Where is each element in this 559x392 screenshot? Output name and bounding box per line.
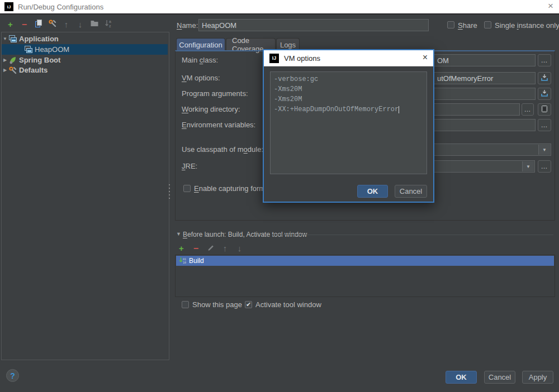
environment-variables-browse-button[interactable]: … — [538, 119, 551, 131]
apply-button[interactable]: Apply — [522, 371, 553, 384]
before-launch-list: 0110 Build — [175, 255, 555, 297]
cancel-button[interactable]: Cancel — [484, 371, 515, 384]
tree-item-heapoom[interactable]: HeapOOM — [2, 44, 168, 55]
vm-options-label: VM options: — [182, 74, 220, 82]
folder-button[interactable] — [89, 20, 99, 29]
chevron-down-icon[interactable]: ▼ — [538, 145, 550, 155]
question-icon: ? — [10, 371, 15, 380]
tree-item-defaults[interactable]: ▶ Defaults — [2, 65, 168, 75]
pencil-icon — [207, 243, 215, 253]
svg-text:z: z — [109, 24, 111, 28]
chevron-down-icon[interactable]: ▼ — [176, 231, 181, 237]
tree-item-label: HeapOOM — [35, 45, 69, 54]
jre-browse-button[interactable]: … — [538, 160, 551, 173]
before-launch-toolbar: + − ↑ ↓ — [177, 243, 244, 253]
program-arguments-expand-button[interactable] — [538, 88, 551, 100]
main-class-browse-button[interactable]: … — [538, 54, 551, 66]
edit-task-button[interactable] — [206, 243, 215, 253]
vm-option-line: -Xms20M — [274, 94, 423, 104]
arrow-up-icon: ↑ — [223, 243, 228, 253]
build-icon: 0110 — [179, 257, 187, 265]
splitter-handle[interactable] — [168, 184, 170, 200]
single-instance-checkbox[interactable] — [484, 21, 491, 28]
program-arguments-label: Program arguments: — [182, 89, 248, 98]
ellipsis-icon: … — [524, 106, 532, 113]
name-label: Name: — [177, 21, 198, 30]
tree-item-label: Defaults — [19, 66, 48, 74]
check-icon: ✔ — [246, 302, 251, 308]
share-checkbox[interactable] — [447, 21, 454, 28]
vm-option-line: -verbose:gc — [274, 74, 423, 84]
expand-editor-icon — [540, 89, 549, 99]
configurations-toolbar: + − ↑ ↓ az — [6, 20, 113, 29]
move-up-button[interactable]: ↑ — [61, 20, 71, 29]
tree-item-spring-boot[interactable]: ▶ Spring Boot — [2, 55, 168, 65]
ellipsis-icon: … — [541, 162, 548, 170]
vm-options-expand-button[interactable] — [538, 72, 551, 84]
tab-configuration[interactable]: Configuration — [176, 38, 225, 51]
tab-label: Logs — [280, 41, 296, 49]
wrench-icon — [8, 66, 17, 75]
add-configuration-button[interactable]: + — [6, 20, 15, 29]
enable-capturing-checkbox[interactable] — [183, 185, 191, 192]
sort-button[interactable]: az — [103, 20, 113, 29]
move-task-up-button[interactable]: ↑ — [220, 243, 230, 253]
add-task-button[interactable]: + — [177, 243, 186, 253]
working-directory-browse-button[interactable]: … — [522, 103, 534, 116]
chevron-right-icon[interactable]: ▶ — [2, 68, 8, 73]
main-class-label: Main class: — [182, 56, 218, 64]
dialog-ok-button[interactable]: OK — [357, 185, 388, 198]
jre-label: JRE: — [182, 162, 197, 170]
svg-text:10: 10 — [183, 261, 186, 264]
dialog-close-icon[interactable]: × — [423, 52, 428, 63]
ellipsis-icon: … — [541, 121, 548, 129]
application-icon — [8, 35, 17, 44]
show-this-page-checkbox[interactable] — [182, 301, 189, 308]
arrow-up-icon: ↑ — [64, 20, 69, 29]
share-label: Share — [458, 21, 477, 30]
working-directory-label: Working directory: — [182, 105, 240, 113]
apply-label: Apply — [529, 373, 547, 381]
chevron-down-icon[interactable]: ▼ — [2, 36, 8, 41]
dialog-cancel-button[interactable]: Cancel — [395, 185, 427, 198]
remove-configuration-button[interactable]: − — [20, 20, 29, 29]
list-item-build[interactable]: 0110 Build — [176, 256, 554, 266]
macros-icon — [540, 104, 549, 115]
window-close-icon[interactable]: × — [548, 1, 553, 12]
tree-item-label: Application — [19, 35, 59, 43]
single-instance-label: Single instance only — [495, 21, 559, 30]
show-this-page-label: Show this page — [192, 300, 242, 309]
ok-label: OK — [456, 373, 467, 381]
window-titlebar: IJ Run/Debug Configurations × — [0, 0, 559, 15]
copy-icon — [34, 19, 43, 30]
folder-icon — [90, 19, 99, 30]
remove-task-button[interactable]: − — [191, 243, 201, 253]
help-button[interactable]: ? — [6, 369, 19, 382]
cancel-label: Cancel — [489, 373, 511, 381]
sort-alpha-icon: az — [104, 19, 113, 30]
remove-icon: − — [22, 20, 27, 30]
tree-item-application[interactable]: ▼ Application — [2, 34, 168, 44]
edit-defaults-button[interactable] — [48, 20, 57, 29]
svg-text:a: a — [109, 20, 111, 23]
configurations-tree — [1, 32, 169, 360]
name-value: HeapOOM — [202, 21, 236, 30]
environment-variables-label: Environment variables: — [182, 121, 255, 129]
dialog-title: VM options — [284, 54, 320, 63]
working-directory-macros-button[interactable] — [538, 103, 551, 116]
intellij-logo-icon: IJ — [269, 54, 279, 63]
copy-configuration-button[interactable] — [34, 20, 43, 29]
chevron-right-icon[interactable]: ▶ — [2, 58, 8, 63]
activate-tool-window-checkbox[interactable]: ✔ — [245, 301, 252, 308]
vm-options-dialog: IJ VM options × -verbose:gc -Xms20M -Xms… — [263, 49, 434, 203]
add-icon: + — [8, 20, 13, 29]
vm-options-textarea[interactable]: -verbose:gc -Xms20M -Xms20M -XX:+HeapDum… — [270, 71, 427, 174]
name-input[interactable]: HeapOOM — [198, 19, 429, 31]
chevron-down-icon[interactable]: ▼ — [522, 161, 534, 171]
text-cursor — [399, 106, 399, 113]
move-down-button[interactable]: ↓ — [75, 20, 85, 29]
move-task-down-button[interactable]: ↓ — [235, 243, 244, 253]
spring-boot-icon — [8, 56, 17, 65]
ok-button[interactable]: OK — [446, 371, 477, 384]
intellij-logo-icon: IJ — [4, 2, 13, 11]
